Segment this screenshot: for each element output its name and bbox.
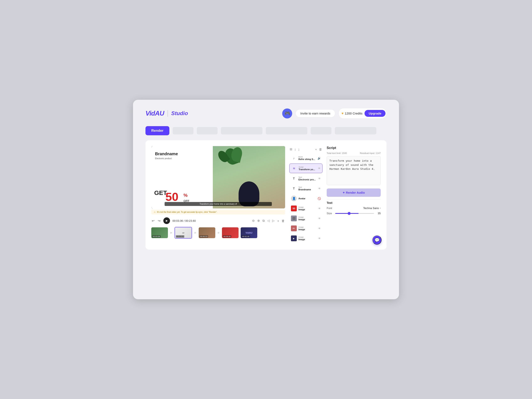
layer-thumb-image4: ▶ <box>291 235 297 241</box>
layer-thumb-image2: 🖼 <box>291 215 297 221</box>
redo-button[interactable]: ↪ <box>157 218 161 223</box>
timeline: 00:03.06 ⊳ ad 00:05.51 ⊳ 00:06.53 ⊳ <box>151 227 285 239</box>
layer-item-image1[interactable]: 50 Image Image 👁 <box>289 204 323 213</box>
layer-eye-image3[interactable]: 👁 <box>318 227 321 230</box>
chat-icon: 💬 <box>374 238 380 242</box>
header-right: 🎮 Invite to earn rewards ♥ 1200 Credits … <box>282 108 386 119</box>
layer-eye-text1[interactable]: 👁 <box>318 177 321 180</box>
timeline-clip-3[interactable]: 00:06.53 <box>199 227 215 238</box>
ctrl-icon-group: ⊖ ⊕ ⧉ ◁ ▷ + 🗑 <box>252 218 285 223</box>
layer-item-text1[interactable]: T Text Electronic pro... 👁 <box>289 174 323 183</box>
layer-eye-image2[interactable]: 👁 <box>318 217 321 220</box>
clip-divider-2: ⊳ <box>193 228 197 237</box>
undo-button[interactable]: ↩ <box>151 218 155 223</box>
layer-thumb-image1: 50 <box>291 206 297 211</box>
main-content: Brandname Electronic product GET 50 % OF… <box>146 140 386 250</box>
total-limit: Total text limit: 1500 <box>327 152 347 154</box>
studio-label: Studio <box>171 110 188 117</box>
layer-item-script[interactable]: ≋ Script Transform yo... 👁 <box>289 164 323 173</box>
timeline-clip-4[interactable]: 00:06.50 <box>222 227 239 238</box>
script-textarea[interactable]: Transform your home into a sanctuary of … <box>327 156 381 185</box>
layer-name-image2: Image <box>298 218 317 221</box>
zoom-in-button[interactable]: ⊕ <box>257 218 260 223</box>
layer-type-text1: Text <box>298 176 317 178</box>
ad-subtitle: Electronic product <box>155 157 172 160</box>
add-clip-button[interactable]: + <box>277 219 279 223</box>
upgrade-button[interactable]: Upgrade <box>365 110 386 117</box>
time-display: 00:03.06 / 00:23.60 <box>172 219 196 222</box>
toolbar: Render <box>146 126 386 135</box>
layer-eye-bgm[interactable]: 🔊 <box>317 157 321 160</box>
layer-align-button[interactable]: ↕ <box>294 147 297 152</box>
layer-info-avatar: Avatar <box>298 197 316 200</box>
layer-item-image2[interactable]: 🖼 Image Image 👁 <box>289 214 323 223</box>
layer-item-bgm[interactable]: ♪ BGM Refre shing S... 🔊 <box>289 154 323 163</box>
render-button[interactable]: Render <box>146 126 169 135</box>
layer-name-image1: Image <box>298 208 317 211</box>
ad-discount: 50 <box>165 191 178 203</box>
layer-item-text2[interactable]: T Text Brandname 👁 <box>289 184 323 193</box>
font-value-display[interactable]: Techna Sans ▾ <box>363 207 381 210</box>
layer-type-image4: Image <box>298 236 317 238</box>
layer-eye-image1[interactable]: 👁 <box>318 207 321 210</box>
layer-name-text2: Brandname <box>298 188 317 191</box>
size-value: 35 <box>376 212 381 215</box>
layer-item-image3[interactable]: ✏ Image Image 👁 <box>289 224 323 233</box>
right-panel: Script Total text limit: 1500 Residual i… <box>327 146 381 244</box>
heart-icon: ♥ <box>342 112 344 115</box>
font-value: Techna Sans <box>363 207 379 210</box>
layer-type-text2: Text <box>298 186 317 188</box>
discord-icon: 🎮 <box>285 111 290 116</box>
size-prop-row: Size 35 <box>327 212 381 215</box>
toolbar-placeholder-3 <box>221 127 262 134</box>
header: VidAU Studio 🎮 Invite to earn rewards ♥ … <box>146 108 386 119</box>
delete-clip-button[interactable]: 🗑 <box>281 219 285 223</box>
total-time: 00:23.60 <box>185 219 196 222</box>
toolbar-placeholder-2 <box>197 127 218 134</box>
layers-panel: ⊞ ↕ ↨ + 🗑 ♪ BGM Refre shing S... 🔊 ≋ <box>289 146 323 244</box>
layer-delete-button[interactable]: 🗑 <box>319 147 323 152</box>
discord-button[interactable]: 🎮 <box>282 108 292 119</box>
timeline-clip-1[interactable]: 00:03.06 <box>151 227 168 238</box>
layer-name-text1: Electronic pro... <box>298 178 317 181</box>
layer-thumb-bgm: ♪ <box>291 155 297 161</box>
font-label: Font <box>327 207 332 210</box>
layer-eye-script[interactable]: 👁 <box>318 167 321 170</box>
clip-divider-3: ⊳ <box>216 228 221 237</box>
credits-area: ♥ 1200 Credits Upgrade <box>339 108 386 119</box>
layer-thumb-text1: T <box>291 176 297 181</box>
layer-name-avatar: Avatar <box>298 197 316 200</box>
layer-add-button[interactable]: + <box>315 147 317 152</box>
play-button[interactable]: ▶ <box>163 217 170 224</box>
layer-eye-avatar[interactable]: 🚫 <box>317 197 321 200</box>
timeline-clip-2[interactable]: ad 00:05.51 <box>175 227 192 239</box>
layer-name-image3: Image <box>298 228 317 231</box>
layer-order-button[interactable]: ↨ <box>298 147 300 152</box>
chat-bubble-button[interactable]: 💬 <box>372 235 381 245</box>
text-limits: Total text limit: 1500 Residual input: 1… <box>327 152 381 154</box>
timeline-clip-5[interactable]: VidAU 00:02.00 <box>241 227 257 238</box>
size-slider-container: 35 <box>335 212 381 215</box>
trim-right-button[interactable]: ▷ <box>272 218 275 223</box>
render-audio-button[interactable]: ✦ Render Audio <box>327 189 381 197</box>
invite-button[interactable]: Invite to earn rewards <box>296 109 335 117</box>
credits-display: ♥ 1200 Credits <box>342 112 363 115</box>
trim-left-button[interactable]: ◁ <box>267 218 270 223</box>
layer-item-avatar[interactable]: 👤 Avatar 🚫 <box>289 194 323 203</box>
layer-thumb-script: ≋ <box>291 165 297 171</box>
layer-eye-image4[interactable]: 👁 <box>318 237 321 240</box>
zoom-out-button[interactable]: ⊖ <box>252 218 255 223</box>
warning-bar: ⚠ It's not the final video yet. To get a… <box>151 210 285 215</box>
clip-time-2: 00:05.51 <box>176 235 184 238</box>
layer-thumb-text2: T <box>291 186 297 191</box>
text-section-title: Text <box>327 201 381 204</box>
layer-copy-button[interactable]: ⊞ <box>289 147 293 152</box>
layer-eye-text2[interactable]: 👁 <box>318 187 321 190</box>
layer-info-image4: Image Image <box>298 236 317 241</box>
layer-info-bgm: BGM Refre shing S... <box>298 156 316 160</box>
section-divider <box>327 199 381 200</box>
split-button[interactable]: ⧉ <box>262 218 265 223</box>
size-slider[interactable] <box>335 213 374 214</box>
font-chevron-icon: ▾ <box>380 207 381 209</box>
layer-item-image4[interactable]: ▶ Image Image 👁 <box>289 234 323 243</box>
